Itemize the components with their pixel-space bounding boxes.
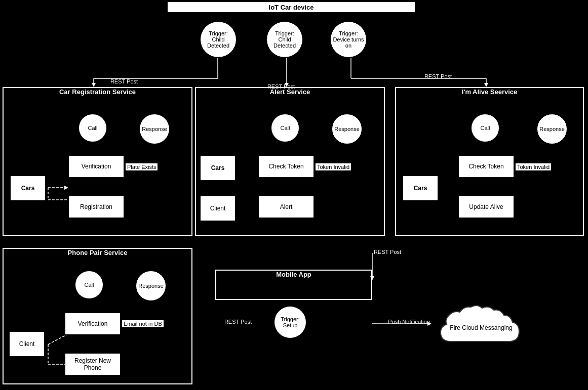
- client-box-phone: Client: [9, 331, 45, 357]
- trigger-2: Trigger: Child Detected: [266, 21, 303, 58]
- call-circle-2: Call: [271, 114, 299, 142]
- rest-post-label-5: REST Post: [218, 319, 258, 325]
- plate-exists-badge: Plate Exists: [125, 163, 158, 171]
- rest-post-label-3: REST Post: [415, 73, 461, 79]
- cars-box-3: Cars: [403, 176, 438, 201]
- svg-marker-4: [92, 83, 96, 87]
- trigger-3: Trigger: Device turns on: [330, 21, 367, 58]
- response-circle-3: Response: [537, 114, 567, 144]
- rest-post-label-1: REST Post: [101, 78, 147, 84]
- call-circle-1: Call: [79, 114, 107, 142]
- verification-box-1: Verification: [68, 155, 124, 178]
- token-invalid-badge-2: Token Invalid: [515, 163, 552, 171]
- response-circle-4: Response: [136, 271, 166, 301]
- response-circle-1: Response: [139, 114, 170, 144]
- trigger-setup-circle: Trigger: Setup: [274, 306, 306, 338]
- update-alive-box: Update Alive: [458, 196, 514, 218]
- fire-cloud-messaging: Fire Cloud Messanging: [430, 301, 532, 352]
- check-token-box-1: Check Token: [258, 155, 314, 178]
- rest-post-label-4: REST Post: [365, 249, 410, 255]
- cars-box-alert: Cars: [200, 155, 236, 181]
- token-invalid-badge-1: Token Invalid: [315, 163, 351, 171]
- email-not-in-db-badge: Email not in DB: [122, 320, 164, 328]
- client-box-alert: Client: [200, 196, 236, 221]
- car-registration-title: Car Registration Service: [3, 88, 192, 96]
- verification-box-2: Verification: [65, 313, 121, 335]
- svg-marker-10: [484, 83, 488, 87]
- svg-text:Fire Cloud Messanging: Fire Cloud Messanging: [450, 324, 512, 331]
- phone-pair-title: Phone Pair Service: [3, 249, 192, 256]
- cars-box-1: Cars: [10, 176, 46, 201]
- trigger-1: Trigger: Child Detected: [200, 21, 237, 58]
- call-circle-4: Call: [75, 271, 103, 299]
- check-token-box-2: Check Token: [458, 155, 514, 178]
- response-circle-2: Response: [332, 114, 362, 144]
- mobile-app-title: Mobile App: [215, 271, 372, 278]
- push-notification-label: Push Notification: [382, 319, 436, 325]
- iot-device-header: IoT Car device: [167, 2, 415, 13]
- alive-service-title: I'm Alive Seervice: [395, 88, 584, 96]
- register-new-phone-box: Register New Phone: [65, 353, 121, 375]
- alert-service-title: Alert Service: [195, 88, 385, 96]
- registration-box: Registration: [68, 196, 124, 218]
- call-circle-3: Call: [471, 114, 499, 142]
- alert-box: Alert: [258, 196, 314, 218]
- diagram: IoT Car device Trigger: Child Detected T…: [0, 0, 588, 390]
